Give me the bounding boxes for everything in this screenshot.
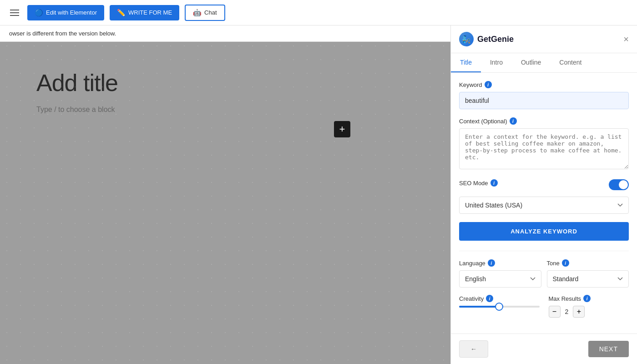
- hamburger-line-1: [10, 10, 19, 10]
- seo-mode-info-icon[interactable]: i: [490, 179, 498, 187]
- country-select[interactable]: United States (USA) United Kingdom Canad…: [459, 197, 629, 214]
- chat-button[interactable]: 🤖 Chat: [185, 5, 225, 21]
- elementor-icon: 🔵: [35, 9, 43, 17]
- keyword-field-group: Keyword i: [459, 81, 629, 109]
- creativity-slider-track: [459, 306, 540, 308]
- keyword-label: Keyword i: [459, 81, 629, 88]
- write-icon: ✏️: [117, 9, 126, 17]
- max-results-info-icon[interactable]: i: [583, 295, 591, 302]
- editor-title[interactable]: Add title: [36, 69, 414, 96]
- max-results-col: Max Results i − 2 +: [549, 295, 629, 318]
- max-results-value: 2: [565, 308, 569, 315]
- editor-placeholder[interactable]: Type / to choose a block: [36, 106, 414, 114]
- language-col: Language i English French Spanish German: [459, 259, 541, 288]
- tone-info-icon[interactable]: i: [562, 259, 569, 267]
- seo-mode-toggle[interactable]: [609, 179, 629, 190]
- add-block-button[interactable]: +: [334, 121, 350, 137]
- divider: [459, 251, 629, 251]
- editor-canvas: Add title Type / to choose a block: [0, 42, 450, 141]
- creativity-label: Creativity i: [459, 295, 540, 302]
- genie-body: Keyword i Context (Optional) i SEO Mode …: [451, 73, 637, 334]
- seo-mode-row: SEO Mode i: [459, 179, 629, 190]
- creativity-info-icon[interactable]: i: [486, 295, 493, 302]
- genie-logo: 🧞 GetGenie: [459, 32, 514, 46]
- main-content: owser is different from the version belo…: [0, 25, 637, 364]
- creativity-col: Creativity i: [459, 295, 540, 318]
- tone-col: Tone i Standard Formal Casual Profession…: [547, 259, 629, 288]
- seo-mode-label: SEO Mode i: [459, 179, 498, 187]
- toggle-knob: [619, 180, 628, 189]
- keyword-info-icon[interactable]: i: [485, 81, 492, 88]
- language-tone-row: Language i English French Spanish German…: [459, 259, 629, 288]
- creativity-maxresults-row: Creativity i Max Results i − 2: [459, 295, 629, 318]
- keyword-input[interactable]: [459, 92, 629, 109]
- max-results-increment-button[interactable]: +: [573, 306, 585, 318]
- tab-content[interactable]: Content: [550, 53, 591, 72]
- context-label: Context (Optional) i: [459, 117, 629, 125]
- language-select[interactable]: English French Spanish German: [459, 270, 541, 288]
- genie-panel: 🧞 GetGenie × Title Intro Outline Content: [450, 25, 637, 364]
- context-info-icon[interactable]: i: [510, 117, 517, 125]
- tab-intro[interactable]: Intro: [481, 53, 512, 72]
- editor-area: owser is different from the version belo…: [0, 25, 450, 364]
- hamburger-button[interactable]: [7, 7, 22, 19]
- tone-select[interactable]: Standard Formal Casual Professional: [547, 270, 629, 288]
- context-textarea[interactable]: [459, 128, 629, 169]
- analyze-keyword-button[interactable]: ANALYZE KEYWORD: [459, 222, 629, 241]
- toolbar: 🔵 Edit with Elementor ✏️ WRITE FOR ME 🤖 …: [0, 0, 637, 25]
- max-results-controls: − 2 +: [549, 306, 629, 318]
- genie-logo-text: GetGenie: [477, 35, 514, 44]
- language-label: Language i: [459, 259, 541, 267]
- back-button[interactable]: ←: [459, 340, 488, 358]
- genie-close-button[interactable]: ×: [623, 34, 629, 45]
- write-for-me-button[interactable]: ✏️ WRITE FOR ME: [110, 5, 179, 20]
- max-results-decrement-button[interactable]: −: [549, 306, 561, 318]
- genie-header: 🧞 GetGenie ×: [451, 25, 637, 53]
- toolbar-left: 🔵 Edit with Elementor ✏️ WRITE FOR ME 🤖 …: [7, 5, 225, 21]
- next-button[interactable]: NEXT: [588, 341, 629, 357]
- hamburger-line-2: [10, 12, 19, 13]
- genie-logo-icon: 🧞: [459, 32, 474, 46]
- language-info-icon[interactable]: i: [488, 259, 495, 267]
- context-field-group: Context (Optional) i: [459, 117, 629, 171]
- tone-label: Tone i: [547, 259, 629, 267]
- hamburger-line-3: [10, 15, 19, 16]
- country-field-group: United States (USA) United Kingdom Canad…: [459, 197, 629, 214]
- max-results-label: Max Results i: [549, 295, 629, 302]
- creativity-slider-thumb[interactable]: [495, 303, 503, 311]
- tab-title[interactable]: Title: [451, 53, 481, 72]
- editor-notice: owser is different from the version belo…: [0, 25, 450, 42]
- chat-icon: 🤖: [193, 9, 202, 17]
- genie-tabs: Title Intro Outline Content: [451, 53, 637, 73]
- elementor-button[interactable]: 🔵 Edit with Elementor: [27, 5, 104, 20]
- tab-outline[interactable]: Outline: [512, 53, 550, 72]
- genie-footer: ← NEXT: [451, 334, 637, 364]
